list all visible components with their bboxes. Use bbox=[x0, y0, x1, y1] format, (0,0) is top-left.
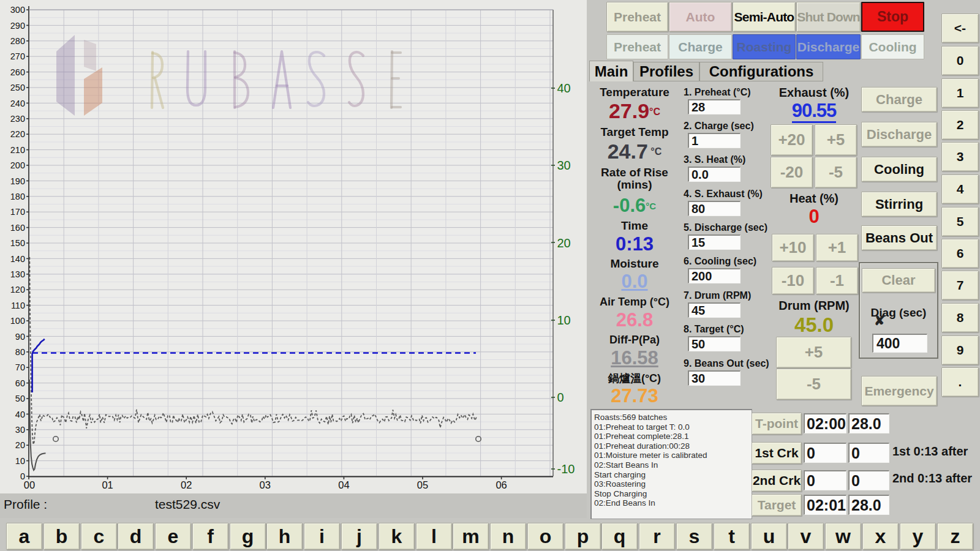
svg-text:-10: -10 bbox=[557, 462, 575, 476]
svg-text:290: 290 bbox=[10, 21, 25, 31]
svg-text:06: 06 bbox=[496, 479, 507, 490]
svg-text:160: 160 bbox=[10, 223, 25, 233]
svg-text:210: 210 bbox=[10, 145, 25, 155]
svg-text:200: 200 bbox=[10, 160, 25, 170]
svg-text:80: 80 bbox=[15, 347, 25, 357]
svg-text:190: 190 bbox=[10, 176, 25, 186]
svg-text:110: 110 bbox=[11, 301, 25, 310]
svg-text:140: 140 bbox=[10, 254, 25, 264]
svg-text:05: 05 bbox=[417, 479, 428, 490]
svg-text:130: 130 bbox=[10, 269, 25, 279]
svg-text:280: 280 bbox=[10, 36, 25, 46]
svg-text:100: 100 bbox=[10, 316, 25, 326]
svg-text:170: 170 bbox=[10, 207, 25, 217]
svg-text:300: 300 bbox=[10, 5, 25, 15]
svg-text:40: 40 bbox=[15, 410, 25, 419]
svg-text:250: 250 bbox=[10, 83, 25, 92]
svg-text:60: 60 bbox=[15, 378, 25, 388]
svg-text:20: 20 bbox=[15, 440, 25, 450]
svg-text:260: 260 bbox=[10, 67, 25, 77]
svg-text:10: 10 bbox=[15, 456, 25, 466]
svg-text:00: 00 bbox=[24, 479, 35, 490]
svg-text:02: 02 bbox=[181, 479, 192, 490]
svg-text:120: 120 bbox=[10, 285, 25, 294]
svg-text:04: 04 bbox=[338, 479, 349, 490]
svg-text:270: 270 bbox=[10, 51, 25, 61]
svg-text:220: 220 bbox=[10, 129, 25, 139]
svg-text:240: 240 bbox=[10, 99, 25, 108]
svg-text:20: 20 bbox=[557, 236, 571, 250]
svg-text:0: 0 bbox=[557, 391, 564, 404]
svg-text:70: 70 bbox=[15, 362, 25, 372]
svg-text:230: 230 bbox=[10, 114, 25, 124]
svg-text:03: 03 bbox=[260, 479, 271, 490]
svg-text:01: 01 bbox=[102, 479, 113, 490]
svg-text:40: 40 bbox=[557, 81, 571, 95]
svg-text:90: 90 bbox=[15, 332, 25, 342]
svg-text:50: 50 bbox=[15, 394, 25, 403]
svg-text:10: 10 bbox=[557, 313, 571, 327]
svg-text:180: 180 bbox=[10, 192, 25, 201]
svg-text:30: 30 bbox=[557, 159, 571, 172]
svg-text:150: 150 bbox=[10, 238, 25, 248]
svg-text:30: 30 bbox=[15, 425, 25, 435]
